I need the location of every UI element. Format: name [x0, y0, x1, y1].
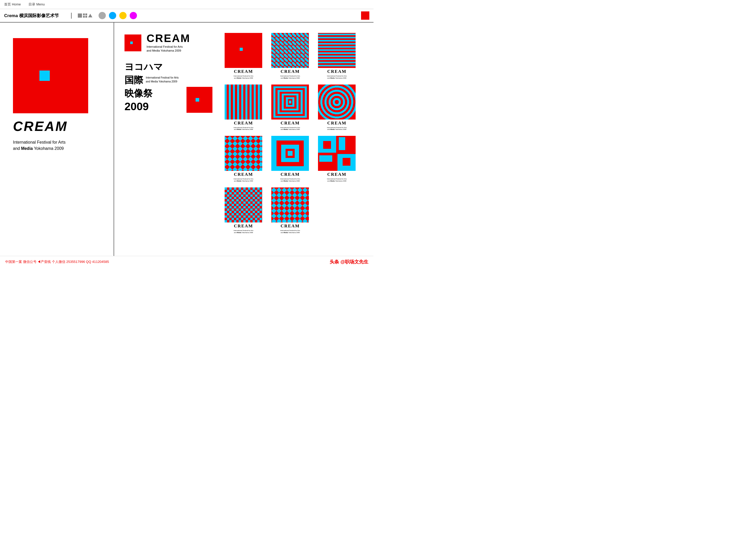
dot-gray[interactable] — [99, 12, 106, 19]
logo-img-7 — [225, 136, 262, 171]
jp-text-col: ヨコハマ 国際 International Festival for Artsa… — [125, 61, 179, 113]
logo-card-8: CREAM International Festival for Artsand… — [269, 136, 311, 182]
svg-rect-2 — [271, 33, 309, 68]
jp-line1: ヨコハマ — [125, 61, 179, 73]
toolbar-title: Crema 横滨国际影像艺术节 — [4, 13, 72, 19]
cream-a: A — [45, 119, 55, 134]
logo-img-8 — [271, 136, 309, 171]
svg-rect-16 — [225, 136, 262, 171]
pattern-svg-9 — [318, 136, 356, 171]
logo-img-10 — [225, 187, 262, 222]
logo-img-3 — [318, 33, 356, 68]
square-icon[interactable] — [78, 14, 82, 18]
logo2-sub: International Festival for Artsand Media… — [280, 75, 300, 79]
logo10-cream: CREAM — [234, 223, 253, 229]
svg-rect-21 — [288, 151, 292, 156]
logo1-sub: International Festival for Artsand Media… — [234, 75, 253, 79]
footer-left: 中国第一案 微信公号 ◀产壹线 个人微信 2535517996 QQ 41120… — [5, 260, 109, 264]
logo5-cream: CREAM — [281, 121, 300, 126]
svg-rect-27 — [339, 137, 345, 150]
logo9-sub: International Festival for Artsand Media… — [327, 178, 347, 182]
footer-right: 头条 @职场文先生 — [330, 259, 368, 265]
svg-rect-31 — [271, 187, 309, 222]
main-logo-section: CREAM International Festival for Artsand… — [125, 33, 212, 234]
logo1-cream: CREAM — [234, 69, 253, 74]
logo4-cream: CREAM — [234, 121, 253, 126]
logo-card-3: CREAM International Festival for Artsand… — [316, 33, 358, 79]
logo5-sub: International Festival for Artsand Media… — [280, 127, 300, 131]
cream-c: C — [13, 119, 24, 134]
logo-img-2 — [271, 33, 309, 68]
nav-home[interactable]: 首页 Home — [4, 2, 21, 7]
dot-pink[interactable] — [130, 12, 137, 19]
jp-line2: 国際 — [125, 74, 143, 87]
logo-card-9: CREAM International Festival for Artsand… — [316, 136, 358, 182]
logo-img-9 — [318, 136, 356, 171]
logo-card-10: CREAM International Festival for Artsand… — [223, 187, 264, 234]
logo7-cream: CREAM — [234, 172, 253, 177]
cream-m: M — [55, 119, 68, 134]
logo-card-1: CREAM International Festival for Artsand… — [223, 33, 264, 79]
logo3-cream: CREAM — [327, 69, 346, 74]
logo4-sub: International Festival for Artsand Media… — [234, 127, 253, 131]
logo-img-5 — [271, 84, 309, 119]
logo-img-11 — [271, 187, 309, 222]
small-cyan-sq — [130, 42, 133, 44]
cream-main-sub: International Festival for Artsand Media… — [147, 45, 190, 53]
logos-grid: CREAM International Festival for Artsand… — [223, 33, 358, 234]
pattern-svg-11 — [271, 187, 309, 222]
svg-rect-28 — [319, 155, 332, 162]
cyan-square-logo — [40, 71, 50, 81]
cream-logo: CREAM — [13, 118, 68, 134]
cream-logo-right: CREAM International Festival for Artsand… — [147, 33, 190, 53]
main-red-square — [13, 38, 88, 113]
dot-blue[interactable] — [109, 12, 116, 19]
logo3-sub: International Festival for Artsand Media… — [327, 75, 347, 79]
toolbar-red-square[interactable] — [361, 11, 369, 20]
jp-side-text: International Festival for Artsand Media… — [146, 76, 179, 83]
cream-r: R — [24, 119, 35, 134]
jp-red-sq — [186, 87, 212, 113]
grid-icon[interactable] — [83, 14, 87, 18]
logo-card-11: CREAM International Festival for Artsand… — [269, 187, 311, 234]
top-nav: 首页 Home 目录 Menu — [0, 0, 374, 9]
svg-rect-25 — [323, 141, 331, 149]
logo-card-6: CREAM International Festival for Artsand… — [316, 84, 358, 131]
pattern-svg-2 — [271, 33, 309, 68]
svg-rect-26 — [343, 158, 351, 166]
logo8-cream: CREAM — [281, 172, 300, 177]
jp-year: 2009 — [125, 100, 179, 113]
small-red-sq — [125, 34, 141, 51]
logo7-sub: International Festival for Artsand Media… — [234, 178, 253, 182]
triangle-icon[interactable] — [88, 14, 92, 17]
logo11-sub: International Festival for Artsand Media… — [280, 230, 300, 234]
logo-card-4: CREAM International Festival for Artsand… — [223, 84, 264, 131]
jp-block: ヨコハマ 国際 International Festival for Artsa… — [125, 61, 212, 113]
right-panel: CREAM International Festival for Artsand… — [114, 23, 374, 256]
pattern-svg-5 — [271, 84, 309, 119]
toolbar-icons — [75, 14, 96, 18]
logo11-cream: CREAM — [281, 223, 300, 229]
cream-subtitle: International Festival for Arts and Medi… — [13, 139, 66, 152]
logo9-cream: CREAM — [327, 172, 346, 177]
logo-img-4 — [225, 84, 262, 119]
cream-main-text: CREAM — [147, 33, 190, 44]
dot-yellow[interactable] — [119, 12, 127, 19]
left-panel: CREAM International Festival for Arts an… — [0, 23, 114, 256]
nav-menu[interactable]: 目录 Menu — [28, 2, 45, 7]
svg-rect-12 — [289, 101, 291, 103]
logo6-sub: International Festival for Artsand Media… — [327, 127, 347, 131]
logo-img-1 — [225, 33, 262, 68]
main-layout: CREAM International Festival for Arts an… — [0, 23, 374, 256]
footer: 中国第一案 微信公号 ◀产壹线 个人微信 2535517996 QQ 41120… — [0, 256, 374, 268]
logo-img-6 — [318, 84, 356, 119]
logo-card-5: CREAM International Festival for Artsand… — [269, 84, 311, 131]
right-top-section: CREAM International Festival for Artsand… — [125, 33, 366, 234]
jp-line3: 映像祭 — [125, 87, 179, 100]
pattern-svg-8 — [271, 136, 309, 171]
logo6-cream: CREAM — [327, 121, 346, 126]
pattern-svg-7 — [225, 136, 262, 171]
main-logo-img: CREAM International Festival for Artsand… — [125, 33, 212, 53]
toolbar: Crema 横滨国际影像艺术节 — [0, 9, 374, 23]
logo10-sub: International Festival for Artsand Media… — [234, 230, 253, 234]
